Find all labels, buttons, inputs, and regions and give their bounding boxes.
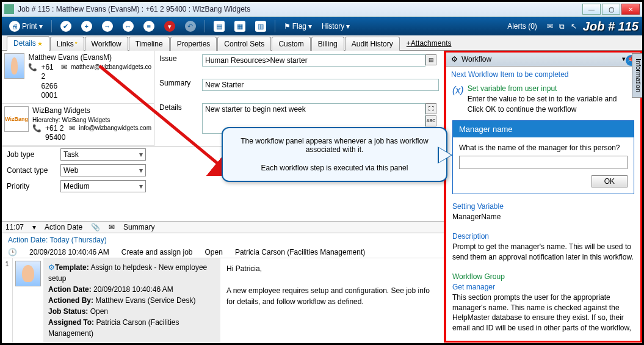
spellcheck-button[interactable]: ABC [425, 115, 436, 126]
alerts-button[interactable]: Alerts (0) [504, 21, 541, 32]
app-icon [4, 4, 14, 14]
star-icon: ★ [37, 40, 43, 47]
summary-label: Summary [159, 79, 202, 87]
workflow-next-title: Next Workflow Item to be completed [446, 67, 640, 82]
jobtype-combo[interactable]: Task [60, 148, 146, 161]
print-button[interactable]: 🖨 Print ▾ [5, 20, 46, 33]
tool-a-icon: ▤ [214, 21, 225, 32]
list-button[interactable]: ≡ [140, 20, 158, 33]
maximize-button[interactable]: ▢ [602, 4, 620, 15]
copy-icon[interactable]: ⧉ [559, 22, 565, 31]
contacttype-combo[interactable]: Web [60, 164, 146, 176]
print-icon: 🖨 [9, 21, 20, 32]
clock-icon: 🕒 [8, 248, 17, 256]
ok-button[interactable]: OK [592, 175, 628, 187]
tab-workflow[interactable]: Workflow [85, 37, 128, 51]
contact-person-card[interactable]: Matthew Evans (EvansM) 📞+61 2 6266 0001✉… [2, 51, 154, 104]
issue-label: Issue [159, 54, 202, 63]
refresh-button[interactable]: ↔ [119, 20, 137, 33]
workflow-card-title: Manager name [453, 121, 634, 137]
tab-properties[interactable]: Properties [170, 37, 217, 51]
contacttype-label: Contact type [7, 166, 56, 175]
close-button[interactable]: ✕ [621, 4, 640, 15]
action-today-row: Action Date: Today (Thursday) [2, 233, 444, 247]
mail-icon[interactable]: ✉ [547, 22, 553, 31]
summary-input[interactable] [202, 79, 439, 91]
minimize-button[interactable]: — [582, 4, 601, 15]
stop-icon: ▾ [164, 21, 175, 32]
attachments-link[interactable]: +Attachments [400, 37, 458, 50]
mail-icon: ✉ [61, 63, 67, 101]
stop-button[interactable]: ▾ [161, 20, 179, 33]
issue-input[interactable] [202, 54, 425, 67]
list-icon: ≡ [143, 21, 154, 32]
tool-c-button[interactable]: ▥ [251, 20, 270, 33]
dropdown-icon: ▾ [346, 22, 350, 31]
entry-number: 1 [2, 258, 13, 343]
issue-picker-button[interactable]: ▤ [425, 54, 436, 65]
company-name: WizBang Widgets [32, 106, 151, 116]
manager-name-input[interactable] [459, 156, 628, 169]
dropdown-icon: ▾ [39, 22, 43, 31]
history-label: History [322, 22, 344, 31]
window-title: Job # 115 : Matthew Evans (EvansM) : +61… [18, 5, 582, 13]
contact-cards: Matthew Evans (EvansM) 📞+61 2 6266 0001✉… [2, 51, 154, 146]
star-icon: * [75, 41, 78, 48]
check-button[interactable]: ✔ [57, 20, 75, 33]
tab-billing[interactable]: Billing [311, 37, 344, 51]
chevron-down-icon[interactable]: ▾ [622, 55, 626, 63]
history-button[interactable]: History ▾ [318, 21, 353, 32]
main-toolbar: 🖨 Print ▾ ✔ + → ↔ ≡ ▾ ↶ ▤ ▦ ▥ ⚑ Flag ▾ H… [2, 17, 642, 35]
job-number: Job # 115 [583, 20, 639, 34]
flag-button[interactable]: ⚑ Flag ▾ [280, 21, 316, 32]
tool-b-button[interactable]: ▦ [231, 20, 249, 33]
avatar [15, 261, 41, 286]
workflow-icon: ⚙ [451, 55, 458, 64]
entry-body: Hi Patricia, A new employee requires set… [220, 258, 444, 343]
details-label: Details [159, 103, 202, 112]
tab-audithistory[interactable]: Audit History [345, 37, 400, 51]
workflow-question: What is the name of the manager for this… [459, 143, 628, 152]
attachment-icon[interactable]: 📎 [91, 223, 100, 231]
plus-icon: + [81, 21, 92, 32]
print-label: Print [22, 22, 37, 31]
priority-combo[interactable]: Medium [60, 180, 146, 192]
annotation-callout: The workflow panel appears whenever a jo… [222, 127, 447, 182]
company-logo: WizBang [4, 106, 29, 132]
title-bar: Job # 115 : Matthew Evans (EvansM) : +61… [2, 2, 642, 17]
alerts-label: Alerts (0) [507, 22, 537, 31]
action-entry: 1 ⚙Template: Assign to helpdesk - New em… [2, 258, 444, 343]
tab-controlsets[interactable]: Control Sets [217, 37, 271, 51]
workflow-panel: – ⚙ Workflow ▾ 📌 Next Workflow Item to b… [446, 51, 642, 343]
check-icon: ✔ [60, 21, 71, 32]
tab-timeline[interactable]: Timeline [129, 37, 170, 51]
information-tab[interactable]: Information [632, 53, 644, 98]
phone-icon: 📞 [28, 63, 37, 101]
tool-b-icon: ▦ [234, 21, 245, 32]
expand-button[interactable]: ⛶ [425, 103, 436, 114]
mail-icon: ✉ [69, 124, 75, 143]
undo-button[interactable]: ↶ [181, 20, 200, 33]
workflow-step: (x) Set variable from user input Enter t… [446, 82, 640, 115]
action-list-header: 11:07 ▾ Action Date 📎 ✉ Summary [2, 221, 444, 233]
forward-button[interactable]: → [98, 20, 117, 33]
dropdown-icon: ▾ [308, 22, 312, 31]
tab-details[interactable]: Details★ [7, 36, 49, 51]
cursor-icon[interactable]: ↖ [571, 22, 577, 31]
priority-label: Priority [7, 182, 56, 191]
contact-company-card[interactable]: WizBang WizBang Widgets Hierarchy: WizBa… [2, 104, 154, 146]
tool-a-button[interactable]: ▤ [210, 20, 228, 33]
add-button[interactable]: + [78, 20, 96, 33]
variable-icon: (x) [452, 84, 464, 114]
action-summary-row[interactable]: 🕒 20/09/2018 10:40:46 AM Create and assi… [2, 247, 444, 258]
flag-label: Flag [292, 22, 306, 31]
jobtype-label: Job type [7, 150, 56, 159]
chevron-down-icon[interactable]: ▾ [32, 223, 36, 231]
avatar [4, 53, 24, 79]
tab-custom[interactable]: Custom [272, 37, 310, 51]
flag-icon: ⚑ [284, 22, 291, 31]
workflow-input-card: Manager name What is the name of the man… [452, 120, 634, 194]
tab-links[interactable]: Links* [50, 37, 84, 51]
workflow-panel-title: ⚙ Workflow ▾ 📌 [446, 53, 640, 67]
mail-col-icon[interactable]: ✉ [109, 223, 115, 231]
